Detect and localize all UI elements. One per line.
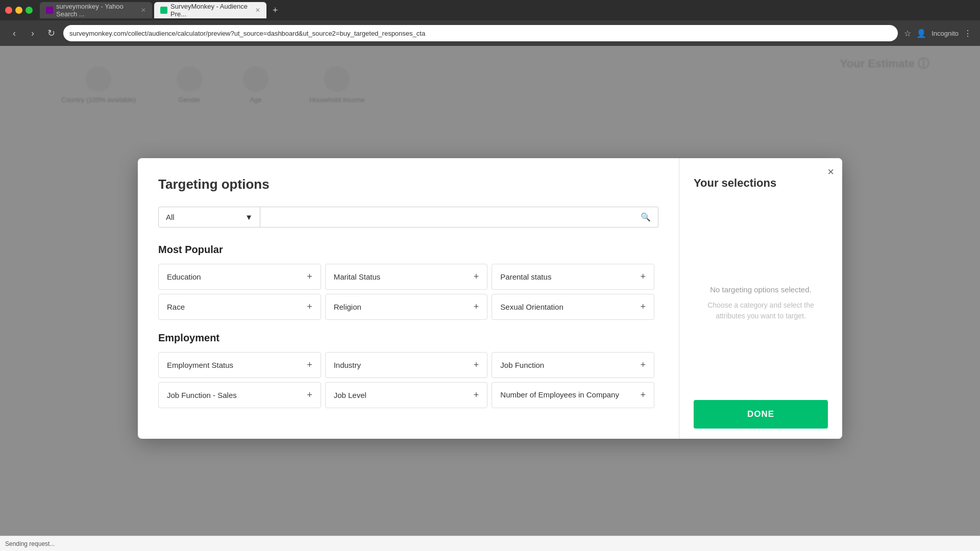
option-marital-status[interactable]: Marital Status + bbox=[325, 264, 488, 290]
selections-title: Your selections bbox=[694, 177, 828, 190]
option-job-level-label: Job Level bbox=[334, 391, 366, 399]
plus-icon-job-level: + bbox=[474, 390, 479, 400]
reload-button[interactable]: ↻ bbox=[45, 28, 57, 39]
scroll-area[interactable]: Most Popular Education + Marital Status … bbox=[158, 244, 658, 420]
modal-close-button[interactable]: × bbox=[827, 166, 834, 178]
plus-icon-employees: + bbox=[640, 390, 646, 400]
option-sexual-orientation[interactable]: Sexual Orientation + bbox=[492, 294, 654, 320]
incognito-label: Incognito bbox=[932, 30, 959, 37]
employment-section: Employment Employment Status + Industry … bbox=[158, 332, 654, 408]
bookmark-icon[interactable]: ☆ bbox=[904, 29, 911, 38]
option-employment-status[interactable]: Employment Status + bbox=[158, 352, 321, 378]
address-bar: ‹ › ↻ surveymonkey.com/collect/audience/… bbox=[0, 20, 980, 46]
option-industry[interactable]: Industry + bbox=[325, 352, 488, 378]
status-bar: Sending request... bbox=[0, 536, 980, 551]
option-num-employees[interactable]: Number of Employees in Company + bbox=[492, 382, 654, 408]
new-tab-button[interactable]: + bbox=[268, 5, 282, 16]
tab-sm-label: SurveyMonkey - Audience Pre... bbox=[170, 3, 252, 18]
done-button[interactable]: DONE bbox=[694, 400, 828, 429]
option-education-label: Education bbox=[167, 272, 201, 281]
no-selections-area: No targeting options selected. Choose a … bbox=[694, 206, 828, 400]
window-controls bbox=[5, 7, 33, 14]
tab-sm-close[interactable]: ✕ bbox=[255, 7, 260, 14]
address-icons: ☆ 👤 Incognito ⋮ bbox=[904, 29, 972, 38]
filter-row: All ▼ 🔍 bbox=[158, 207, 658, 228]
search-bar: 🔍 bbox=[260, 207, 658, 228]
plus-icon-sexual: + bbox=[640, 302, 646, 312]
plus-icon-marital: + bbox=[474, 271, 479, 282]
targeting-modal: × Targeting options All ▼ 🔍 bbox=[138, 158, 842, 439]
tab-sm[interactable]: SurveyMonkey - Audience Pre... ✕ bbox=[154, 2, 266, 18]
url-bar[interactable]: surveymonkey.com/collect/audience/calcul… bbox=[63, 25, 898, 41]
option-religion[interactable]: Religion + bbox=[325, 294, 488, 320]
plus-icon-religion: + bbox=[474, 302, 479, 312]
employment-grid: Employment Status + Industry + Job Funct… bbox=[158, 352, 654, 408]
employment-title: Employment bbox=[158, 332, 654, 344]
most-popular-section: Most Popular Education + Marital Status … bbox=[158, 244, 654, 320]
search-icon: 🔍 bbox=[641, 212, 651, 222]
option-job-function-sales[interactable]: Job Function - Sales + bbox=[158, 382, 321, 408]
browser-chrome: surveymonkey - Yahoo Search ... ✕ Survey… bbox=[0, 0, 980, 46]
plus-icon-employment: + bbox=[307, 360, 312, 370]
forward-button[interactable]: › bbox=[27, 28, 39, 39]
plus-icon-parental: + bbox=[640, 271, 646, 282]
back-button[interactable]: ‹ bbox=[8, 28, 20, 39]
option-religion-label: Religion bbox=[334, 303, 361, 311]
option-industry-label: Industry bbox=[334, 361, 361, 369]
option-parental-status-label: Parental status bbox=[500, 272, 551, 281]
profile-icon[interactable]: 👤 bbox=[916, 29, 926, 38]
plus-icon-race: + bbox=[307, 302, 312, 312]
option-marital-status-label: Marital Status bbox=[334, 272, 381, 281]
option-race[interactable]: Race + bbox=[158, 294, 321, 320]
window-close-btn[interactable] bbox=[5, 7, 12, 14]
option-race-label: Race bbox=[167, 303, 185, 311]
option-job-function[interactable]: Job Function + bbox=[492, 352, 654, 378]
plus-icon-job-sales: + bbox=[307, 390, 312, 400]
option-employment-status-label: Employment Status bbox=[167, 361, 233, 369]
option-parental-status[interactable]: Parental status + bbox=[492, 264, 654, 290]
tab-yahoo-close[interactable]: ✕ bbox=[141, 7, 146, 14]
tab-yahoo[interactable]: surveymonkey - Yahoo Search ... ✕ bbox=[40, 2, 152, 18]
tab-bar: surveymonkey - Yahoo Search ... ✕ Survey… bbox=[0, 0, 980, 20]
window-min-btn[interactable] bbox=[15, 7, 22, 14]
option-sexual-orientation-label: Sexual Orientation bbox=[500, 303, 563, 311]
option-job-level[interactable]: Job Level + bbox=[325, 382, 488, 408]
option-num-employees-label: Number of Employees in Company bbox=[500, 390, 619, 400]
modal-left-panel: Targeting options All ▼ 🔍 bbox=[138, 158, 679, 439]
tab-favicon-sm bbox=[160, 7, 167, 14]
most-popular-title: Most Popular bbox=[158, 244, 654, 256]
option-job-function-label: Job Function bbox=[500, 361, 544, 369]
plus-icon-industry: + bbox=[474, 360, 479, 370]
option-job-function-sales-label: Job Function - Sales bbox=[167, 391, 237, 399]
window-max-btn[interactable] bbox=[26, 7, 33, 14]
chevron-down-icon: ▼ bbox=[245, 213, 253, 221]
status-text: Sending request... bbox=[5, 540, 55, 547]
modal-title: Targeting options bbox=[158, 177, 658, 192]
tab-yahoo-label: surveymonkey - Yahoo Search ... bbox=[56, 3, 138, 18]
modal-right-panel: Your selections No targeting options sel… bbox=[679, 158, 842, 439]
menu-icon[interactable]: ⋮ bbox=[964, 29, 972, 38]
modal-overlay: × Targeting options All ▼ 🔍 bbox=[0, 46, 980, 551]
most-popular-grid: Education + Marital Status + Parental st… bbox=[158, 264, 654, 320]
no-selections-sub-text: Choose a category and select the attribu… bbox=[694, 300, 828, 321]
filter-dropdown[interactable]: All ▼ bbox=[158, 207, 260, 228]
page-background: Country (100% available) Gender Age Hous… bbox=[0, 46, 980, 551]
no-selections-main-text: No targeting options selected. bbox=[710, 285, 811, 294]
plus-icon-job-function: + bbox=[640, 360, 646, 370]
tab-favicon-yahoo bbox=[46, 7, 53, 14]
search-input[interactable] bbox=[267, 213, 641, 221]
url-text: surveymonkey.com/collect/audience/calcul… bbox=[69, 30, 892, 37]
filter-dropdown-value: All bbox=[166, 213, 175, 221]
plus-icon-education: + bbox=[307, 271, 312, 282]
option-education[interactable]: Education + bbox=[158, 264, 321, 290]
